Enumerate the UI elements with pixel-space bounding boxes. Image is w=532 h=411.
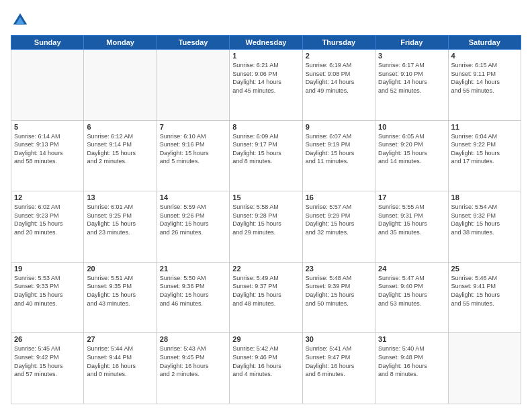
day-info: Sunrise: 5:41 AM Sunset: 9:47 PM Dayligh… xyxy=(306,345,372,378)
calendar-cell: 28Sunrise: 5:43 AM Sunset: 9:45 PM Dayli… xyxy=(157,333,229,404)
day-number: 28 xyxy=(160,335,226,343)
calendar-cell: 29Sunrise: 5:42 AM Sunset: 9:46 PM Dayli… xyxy=(230,333,302,404)
calendar-cell: 21Sunrise: 5:50 AM Sunset: 9:36 PM Dayli… xyxy=(157,262,229,333)
day-number: 23 xyxy=(306,265,372,273)
day-info: Sunrise: 5:58 AM Sunset: 9:28 PM Dayligh… xyxy=(232,203,299,236)
day-info: Sunrise: 5:54 AM Sunset: 9:32 PM Dayligh… xyxy=(451,203,518,236)
calendar-cell: 6Sunrise: 6:12 AM Sunset: 9:14 PM Daylig… xyxy=(84,120,157,191)
calendar-cell: 14Sunrise: 5:59 AM Sunset: 9:26 PM Dayli… xyxy=(157,191,229,263)
day-info: Sunrise: 6:02 AM Sunset: 9:23 PM Dayligh… xyxy=(14,203,81,236)
calendar-cell: 4Sunrise: 6:15 AM Sunset: 9:11 PM Daylig… xyxy=(448,50,521,121)
day-info: Sunrise: 6:19 AM Sunset: 9:08 PM Dayligh… xyxy=(306,61,372,95)
calendar-cell: 12Sunrise: 6:02 AM Sunset: 9:23 PM Dayli… xyxy=(11,191,84,263)
calendar-cell: 8Sunrise: 6:09 AM Sunset: 9:17 PM Daylig… xyxy=(230,120,302,191)
calendar-cell: 23Sunrise: 5:48 AM Sunset: 9:39 PM Dayli… xyxy=(302,262,375,333)
day-number: 14 xyxy=(160,193,226,201)
calendar-cell: 9Sunrise: 6:07 AM Sunset: 9:19 PM Daylig… xyxy=(302,120,375,191)
day-number: 21 xyxy=(160,265,226,273)
day-info: Sunrise: 6:17 AM Sunset: 9:10 PM Dayligh… xyxy=(378,61,445,95)
day-info: Sunrise: 6:07 AM Sunset: 9:19 PM Dayligh… xyxy=(306,132,372,166)
calendar-cell: 19Sunrise: 5:53 AM Sunset: 9:33 PM Dayli… xyxy=(11,262,84,333)
day-number: 20 xyxy=(87,265,153,273)
week-row-4: 19Sunrise: 5:53 AM Sunset: 9:33 PM Dayli… xyxy=(11,262,521,333)
day-info: Sunrise: 5:46 AM Sunset: 9:41 PM Dayligh… xyxy=(451,274,518,308)
calendar-cell: 24Sunrise: 5:47 AM Sunset: 9:40 PM Dayli… xyxy=(375,262,448,333)
calendar-cell xyxy=(11,50,84,121)
calendar-cell: 5Sunrise: 6:14 AM Sunset: 9:13 PM Daylig… xyxy=(11,120,84,191)
day-number: 24 xyxy=(378,265,445,273)
week-row-2: 5Sunrise: 6:14 AM Sunset: 9:13 PM Daylig… xyxy=(11,120,521,191)
week-row-5: 26Sunrise: 5:45 AM Sunset: 9:42 PM Dayli… xyxy=(11,333,521,404)
day-number: 11 xyxy=(451,123,518,131)
day-info: Sunrise: 6:04 AM Sunset: 9:22 PM Dayligh… xyxy=(451,132,518,166)
calendar-cell: 25Sunrise: 5:46 AM Sunset: 9:41 PM Dayli… xyxy=(448,262,521,333)
day-number: 5 xyxy=(14,123,81,131)
day-number: 22 xyxy=(232,265,299,273)
weekday-sunday: Sunday xyxy=(11,36,84,50)
day-info: Sunrise: 6:01 AM Sunset: 9:25 PM Dayligh… xyxy=(87,203,153,236)
day-info: Sunrise: 5:59 AM Sunset: 9:26 PM Dayligh… xyxy=(160,203,226,236)
day-number: 8 xyxy=(232,123,299,131)
calendar-cell: 30Sunrise: 5:41 AM Sunset: 9:47 PM Dayli… xyxy=(302,333,375,404)
calendar-cell: 16Sunrise: 5:57 AM Sunset: 9:29 PM Dayli… xyxy=(302,191,375,263)
day-number: 9 xyxy=(306,123,372,131)
week-row-3: 12Sunrise: 6:02 AM Sunset: 9:23 PM Dayli… xyxy=(11,191,521,263)
weekday-tuesday: Tuesday xyxy=(157,36,229,50)
day-number: 30 xyxy=(306,335,372,343)
calendar-table: SundayMondayTuesdayWednesdayThursdayFrid… xyxy=(11,35,521,404)
day-info: Sunrise: 5:57 AM Sunset: 9:29 PM Dayligh… xyxy=(306,203,372,236)
calendar-cell: 3Sunrise: 6:17 AM Sunset: 9:10 PM Daylig… xyxy=(375,50,448,121)
weekday-wednesday: Wednesday xyxy=(230,36,302,50)
day-info: Sunrise: 5:42 AM Sunset: 9:46 PM Dayligh… xyxy=(232,345,299,378)
day-number: 27 xyxy=(87,335,153,343)
day-info: Sunrise: 6:14 AM Sunset: 9:13 PM Dayligh… xyxy=(14,132,81,166)
day-number: 31 xyxy=(378,335,445,343)
calendar-cell: 17Sunrise: 5:55 AM Sunset: 9:31 PM Dayli… xyxy=(375,191,448,263)
day-number: 17 xyxy=(378,193,445,201)
day-number: 10 xyxy=(378,123,445,131)
day-number: 7 xyxy=(160,123,226,131)
day-info: Sunrise: 5:50 AM Sunset: 9:36 PM Dayligh… xyxy=(160,274,226,308)
day-number: 15 xyxy=(232,193,299,201)
calendar-cell: 26Sunrise: 5:45 AM Sunset: 9:42 PM Dayli… xyxy=(11,333,84,404)
day-info: Sunrise: 5:51 AM Sunset: 9:35 PM Dayligh… xyxy=(87,274,153,308)
calendar-cell: 27Sunrise: 5:44 AM Sunset: 9:44 PM Dayli… xyxy=(84,333,157,404)
weekday-header-row: SundayMondayTuesdayWednesdayThursdayFrid… xyxy=(11,36,521,50)
day-info: Sunrise: 5:55 AM Sunset: 9:31 PM Dayligh… xyxy=(378,203,445,236)
day-number: 29 xyxy=(232,335,299,343)
day-info: Sunrise: 6:12 AM Sunset: 9:14 PM Dayligh… xyxy=(87,132,153,166)
calendar-cell xyxy=(157,50,229,121)
day-number: 25 xyxy=(451,265,518,273)
day-number: 18 xyxy=(451,193,518,201)
weekday-friday: Friday xyxy=(375,36,448,50)
calendar-cell: 22Sunrise: 5:49 AM Sunset: 9:37 PM Dayli… xyxy=(230,262,302,333)
day-info: Sunrise: 6:15 AM Sunset: 9:11 PM Dayligh… xyxy=(451,61,518,95)
calendar-cell: 31Sunrise: 5:40 AM Sunset: 9:48 PM Dayli… xyxy=(375,333,448,404)
logo-icon xyxy=(11,11,30,30)
calendar-cell: 11Sunrise: 6:04 AM Sunset: 9:22 PM Dayli… xyxy=(448,120,521,191)
week-row-1: 1Sunrise: 6:21 AM Sunset: 9:06 PM Daylig… xyxy=(11,50,521,121)
calendar-cell: 18Sunrise: 5:54 AM Sunset: 9:32 PM Dayli… xyxy=(448,191,521,263)
day-info: Sunrise: 5:47 AM Sunset: 9:40 PM Dayligh… xyxy=(378,274,445,308)
page: SundayMondayTuesdayWednesdayThursdayFrid… xyxy=(0,0,532,411)
weekday-monday: Monday xyxy=(84,36,157,50)
calendar-cell: 20Sunrise: 5:51 AM Sunset: 9:35 PM Dayli… xyxy=(84,262,157,333)
weekday-saturday: Saturday xyxy=(448,36,521,50)
calendar-cell: 2Sunrise: 6:19 AM Sunset: 9:08 PM Daylig… xyxy=(302,50,375,121)
day-number: 12 xyxy=(14,193,81,201)
day-number: 6 xyxy=(87,123,153,131)
calendar-cell: 10Sunrise: 6:05 AM Sunset: 9:20 PM Dayli… xyxy=(375,120,448,191)
day-info: Sunrise: 5:45 AM Sunset: 9:42 PM Dayligh… xyxy=(14,345,81,378)
day-info: Sunrise: 5:40 AM Sunset: 9:48 PM Dayligh… xyxy=(378,345,445,378)
weekday-thursday: Thursday xyxy=(302,36,375,50)
calendar-cell: 1Sunrise: 6:21 AM Sunset: 9:06 PM Daylig… xyxy=(230,50,302,121)
logo xyxy=(11,11,32,30)
day-number: 1 xyxy=(232,52,299,60)
calendar-cell xyxy=(84,50,157,121)
day-number: 19 xyxy=(14,265,81,273)
day-info: Sunrise: 5:53 AM Sunset: 9:33 PM Dayligh… xyxy=(14,274,81,308)
day-number: 4 xyxy=(451,52,518,60)
day-info: Sunrise: 5:48 AM Sunset: 9:39 PM Dayligh… xyxy=(306,274,372,308)
header xyxy=(11,11,521,30)
day-number: 13 xyxy=(87,193,153,201)
